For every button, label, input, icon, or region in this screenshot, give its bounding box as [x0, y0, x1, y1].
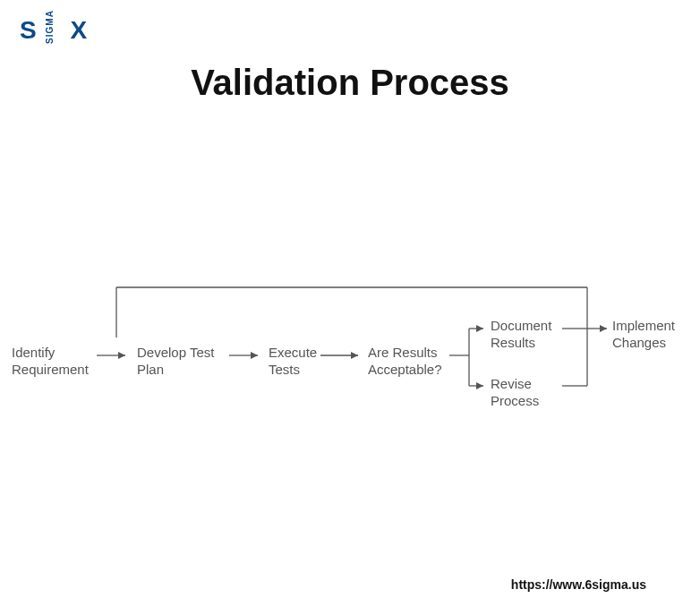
node-document: Document Results [491, 318, 551, 352]
svg-marker-1 [118, 352, 125, 359]
node-implement: Implement Changes [612, 318, 675, 352]
node-develop: Develop Test Plan [137, 345, 214, 379]
footer-link: https://www.6sigma.us [511, 577, 646, 592]
svg-marker-3 [251, 352, 258, 359]
svg-marker-5 [351, 352, 358, 359]
svg-marker-17 [600, 325, 607, 332]
node-identify: Identify Requirement [12, 345, 89, 379]
svg-marker-9 [476, 325, 483, 332]
svg-marker-12 [476, 382, 483, 389]
flow-connectors [0, 0, 700, 615]
node-revise: Revise Process [491, 376, 539, 410]
node-execute: Execute Tests [269, 345, 317, 379]
node-acceptable: Are Results Acceptable? [368, 345, 442, 379]
